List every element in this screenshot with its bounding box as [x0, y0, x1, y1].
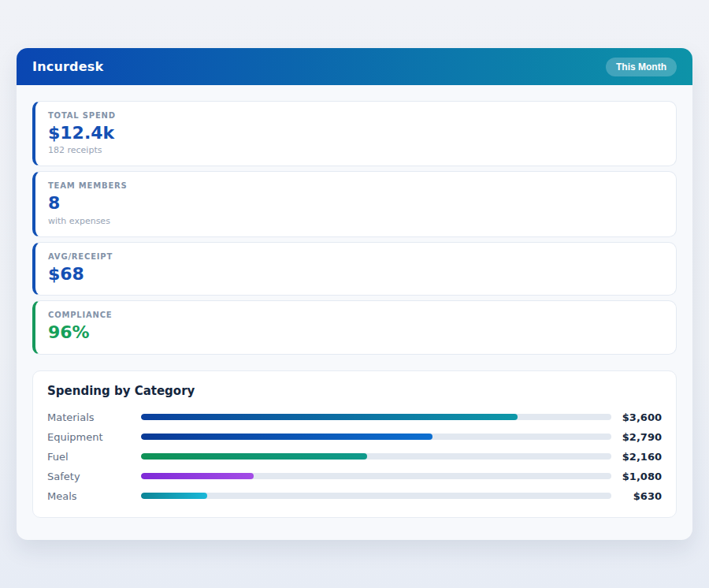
category-label: Safety	[47, 471, 141, 482]
category-row-fuel: Fuel $2,160	[47, 447, 662, 467]
category-value: $630	[611, 490, 662, 502]
category-label: Meals	[47, 490, 141, 502]
category-row-equipment: Equipment $2,790	[47, 427, 662, 447]
category-row-safety: Safety $1,080	[47, 467, 662, 486]
period-badge[interactable]: This Month	[606, 58, 677, 76]
stat-card-team-members: TEAM MEMBERS 8 with expenses	[32, 171, 677, 236]
stat-card-avg-receipt: AVG/RECEIPT $68	[32, 242, 677, 296]
app-header: Incurdesk This Month	[17, 48, 692, 85]
category-row-materials: Materials $3,600	[47, 408, 662, 427]
stat-label: TOTAL SPEND	[48, 111, 663, 120]
category-label: Materials	[47, 411, 141, 423]
bar-fill	[141, 493, 207, 499]
dashboard-body: TOTAL SPEND $12.4k 182 receipts TEAM MEM…	[17, 85, 692, 534]
bar-fill	[141, 473, 254, 479]
bar-fill	[141, 434, 432, 440]
bar-track	[141, 493, 611, 499]
category-value: $2,790	[611, 431, 662, 443]
stat-card-total-spend: TOTAL SPEND $12.4k 182 receipts	[32, 101, 677, 166]
app-title: Incurdesk	[32, 59, 103, 74]
spending-by-category-card: Spending by Category Materials $3,600 Eq…	[32, 370, 677, 518]
stat-value: 96%	[48, 322, 663, 343]
bar-track	[141, 473, 611, 479]
stat-subtext: 182 receipts	[48, 145, 663, 155]
category-row-meals: Meals $630	[47, 486, 662, 506]
stat-label: AVG/RECEIPT	[48, 252, 663, 261]
stat-value: $12.4k	[48, 123, 663, 143]
bar-fill	[141, 414, 518, 420]
stat-card-compliance: COMPLIANCE 96%	[32, 300, 677, 354]
bar-track	[141, 414, 611, 420]
category-value: $2,160	[611, 451, 662, 463]
dashboard-card: Incurdesk This Month TOTAL SPEND $12.4k …	[17, 48, 692, 540]
stat-subtext: with expenses	[48, 216, 663, 226]
bar-fill	[141, 453, 367, 460]
section-title: Spending by Category	[47, 384, 662, 398]
stat-label: TEAM MEMBERS	[48, 181, 663, 190]
bar-track	[141, 453, 611, 460]
stat-value: 8	[48, 193, 663, 214]
category-label: Fuel	[47, 451, 141, 463]
category-value: $1,080	[611, 471, 662, 482]
bar-track	[141, 434, 611, 440]
stat-value: $68	[48, 264, 663, 285]
category-value: $3,600	[611, 411, 662, 423]
stat-label: COMPLIANCE	[48, 311, 663, 319]
category-label: Equipment	[47, 431, 141, 443]
